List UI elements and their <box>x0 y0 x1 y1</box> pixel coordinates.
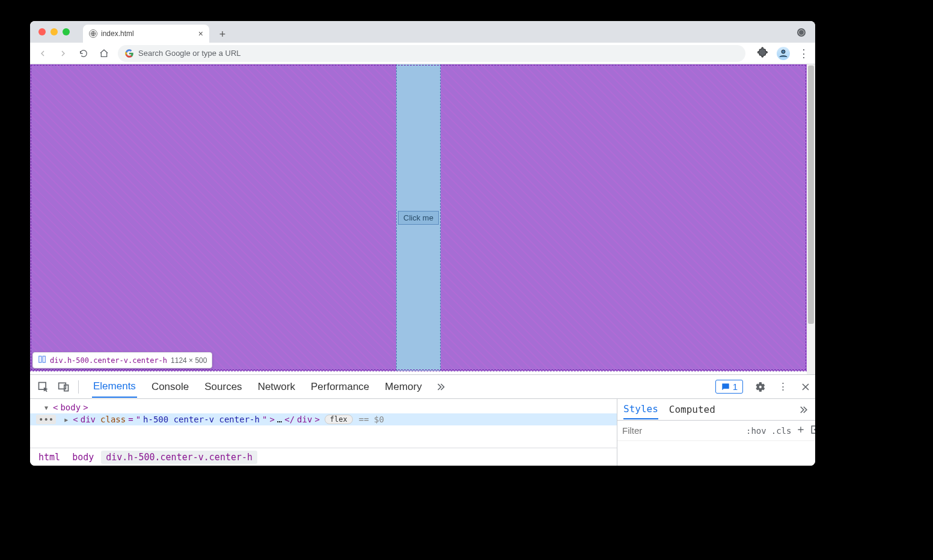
cls-toggle[interactable]: .cls <box>771 426 792 436</box>
forward-button[interactable] <box>57 47 70 60</box>
flex-gap-highlight: Click me <box>396 64 441 371</box>
page-content: Click me div.h-500.center-v.center-h 112… <box>30 64 807 374</box>
devtools-tab-elements[interactable]: Elements <box>92 376 137 398</box>
devtools-tab-memory[interactable]: Memory <box>384 377 423 397</box>
device-toolbar-icon[interactable] <box>58 381 70 393</box>
devtools-tab-performance[interactable]: Performance <box>310 377 370 397</box>
devtools-tab-network[interactable]: Network <box>257 377 296 397</box>
styles-tabs-overflow-icon[interactable] <box>797 404 809 416</box>
address-bar[interactable]: Search Google or type a URL <box>118 45 745 62</box>
browser-window: index.html × + Search Google or type a U… <box>30 21 815 466</box>
flex-badge[interactable]: flex <box>325 415 353 424</box>
click-me-button[interactable]: Click me <box>398 211 439 225</box>
devtools-tab-sources[interactable]: Sources <box>203 377 243 397</box>
extensions-icon[interactable] <box>757 47 768 59</box>
tooltip-dimensions: 1124 × 500 <box>171 356 207 365</box>
svg-point-1 <box>782 50 785 53</box>
element-tooltip: div.h-500.center-v.center-h 1124 × 500 <box>32 352 212 368</box>
profile-avatar[interactable] <box>777 47 790 60</box>
tab-strip: index.html × + <box>30 21 815 43</box>
back-button[interactable] <box>36 47 49 60</box>
close-window-button[interactable] <box>38 28 46 35</box>
devtools-tab-console[interactable]: Console <box>150 377 190 397</box>
styles-tab-styles[interactable]: Styles <box>623 400 658 419</box>
svg-rect-6 <box>64 385 69 391</box>
tab-search-button[interactable] <box>797 28 806 37</box>
breadcrumb-html[interactable]: html <box>34 451 65 464</box>
svg-rect-3 <box>43 356 45 363</box>
line-gutter-icon[interactable]: ••• <box>36 415 56 424</box>
viewport: Click me div.h-500.center-v.center-h 112… <box>30 64 815 374</box>
issues-button[interactable]: 1 <box>715 380 743 394</box>
inspect-element-icon[interactable] <box>37 381 49 393</box>
styles-filter-input[interactable] <box>622 425 736 436</box>
devtools-settings-icon[interactable] <box>754 381 766 393</box>
dom-node-body[interactable]: ▼ <body> <box>30 401 617 413</box>
console-reference: == $0 <box>359 415 384 424</box>
reload-button[interactable] <box>77 47 90 60</box>
toggle-computed-sidebar-icon[interactable] <box>810 424 815 437</box>
toolbar: Search Google or type a URL ⋮ <box>30 43 815 64</box>
chrome-menu-button[interactable]: ⋮ <box>798 47 809 60</box>
omnibox-placeholder: Search Google or type a URL <box>138 49 241 58</box>
dom-tree-pane: ▼ <body> ••• ▶ <div class="h-500 center-… <box>30 399 617 466</box>
minimize-window-button[interactable] <box>50 28 58 35</box>
window-controls <box>38 28 70 35</box>
styles-tab-computed[interactable]: Computed <box>669 400 715 419</box>
dom-breadcrumb: html body div.h-500.center-v.center-h <box>30 448 617 466</box>
tooltip-selector: div.h-500.center-v.center-h <box>50 356 167 365</box>
devtools-tabbar: Elements Console Sources Network Perform… <box>30 375 815 399</box>
globe-icon <box>89 29 97 38</box>
toolbar-right: ⋮ <box>757 47 809 60</box>
issues-count: 1 <box>733 382 738 392</box>
close-tab-button[interactable]: × <box>198 29 203 38</box>
scrollbar-thumb[interactable] <box>808 65 814 324</box>
viewport-scrollbar[interactable] <box>807 64 815 374</box>
flex-badge-icon <box>38 355 46 365</box>
breadcrumb-body[interactable]: body <box>67 451 99 464</box>
new-tab-button[interactable]: + <box>214 26 231 43</box>
devtools-menu-icon[interactable]: ⋮ <box>777 381 789 393</box>
svg-rect-2 <box>39 356 41 363</box>
hov-toggle[interactable]: :hov <box>746 426 766 436</box>
new-style-rule-button[interactable] <box>796 425 806 436</box>
maximize-window-button[interactable] <box>63 28 70 35</box>
styles-pane: Styles Computed :hov .cls <box>617 399 815 466</box>
devtools-close-icon[interactable] <box>800 381 812 393</box>
devtools-panel: Elements Console Sources Network Perform… <box>30 374 815 466</box>
devtools-tabs-overflow-icon[interactable] <box>436 381 448 393</box>
google-icon <box>125 49 133 58</box>
inspected-flex-container: Click me <box>30 64 807 371</box>
home-button[interactable] <box>97 47 111 60</box>
dom-tree[interactable]: ▼ <body> ••• ▶ <div class="h-500 center-… <box>30 399 617 448</box>
breadcrumb-selected[interactable]: div.h-500.center-v.center-h <box>101 451 257 464</box>
browser-tab[interactable]: index.html × <box>83 25 209 43</box>
dom-node-selected[interactable]: ••• ▶ <div class="h-500 center-v center-… <box>30 413 617 425</box>
tab-title: index.html <box>101 29 134 38</box>
